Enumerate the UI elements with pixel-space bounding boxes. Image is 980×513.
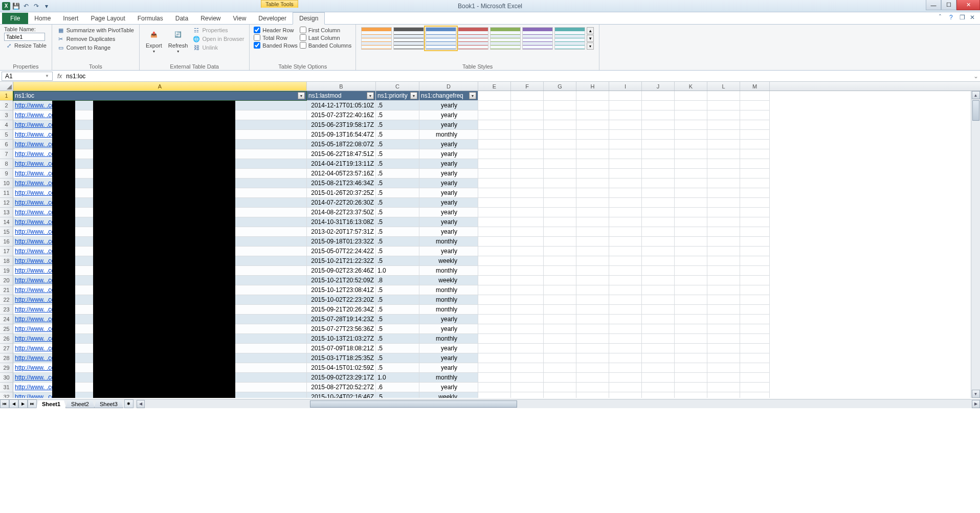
- maximize-button[interactable]: ☐: [941, 0, 956, 10]
- cell[interactable]: ns1:loc▼: [13, 91, 307, 101]
- cell[interactable]: 2015-03-17T18:25:35Z: [307, 353, 376, 363]
- window-close-inner-icon[interactable]: ✕: [970, 14, 977, 21]
- cell[interactable]: [511, 383, 544, 392]
- cell[interactable]: [740, 305, 770, 315]
- cell[interactable]: [544, 227, 576, 237]
- cell[interactable]: [642, 140, 675, 149]
- cell[interactable]: [740, 315, 770, 324]
- cell[interactable]: [609, 315, 642, 324]
- help-icon[interactable]: ?: [949, 14, 956, 21]
- cell[interactable]: [675, 256, 707, 266]
- filter-dropdown-button[interactable]: ▼: [469, 92, 476, 99]
- cell[interactable]: [642, 256, 675, 266]
- cell[interactable]: [707, 169, 740, 179]
- scroll-up-button[interactable]: ▲: [972, 91, 980, 99]
- filter-dropdown-button[interactable]: ▼: [367, 92, 374, 99]
- cell[interactable]: [675, 140, 707, 149]
- cell[interactable]: [707, 285, 740, 295]
- cell[interactable]: [642, 149, 675, 159]
- cell[interactable]: [675, 169, 707, 179]
- cell[interactable]: [707, 217, 740, 227]
- cell[interactable]: .5: [376, 256, 419, 266]
- cell[interactable]: [478, 256, 511, 266]
- cell[interactable]: [576, 159, 609, 169]
- cell[interactable]: [609, 188, 642, 198]
- cell[interactable]: monthly: [419, 334, 478, 344]
- cell[interactable]: [544, 140, 576, 149]
- cell[interactable]: .5: [376, 285, 419, 295]
- cell[interactable]: ns1:priority▼: [376, 91, 419, 101]
- row-header[interactable]: 6: [0, 140, 13, 149]
- cell[interactable]: [707, 208, 740, 217]
- sheet-nav-first[interactable]: ⏮: [0, 399, 9, 408]
- cell[interactable]: [511, 285, 544, 295]
- tab-design[interactable]: Design: [293, 12, 325, 25]
- cell[interactable]: [642, 363, 675, 373]
- cell[interactable]: [609, 237, 642, 247]
- column-header[interactable]: F: [511, 82, 544, 91]
- cell[interactable]: [576, 120, 609, 130]
- cell[interactable]: 2015-10-12T23:08:41Z: [307, 285, 376, 295]
- cell[interactable]: [740, 373, 770, 383]
- row-header[interactable]: 29: [0, 363, 13, 373]
- cell[interactable]: [609, 353, 642, 363]
- cell[interactable]: [740, 353, 770, 363]
- cell[interactable]: [544, 237, 576, 247]
- gallery-more-button[interactable]: ▾: [587, 42, 594, 50]
- sheet-nav-last[interactable]: ⏭: [28, 399, 37, 408]
- row-header[interactable]: 24: [0, 315, 13, 324]
- cell[interactable]: [707, 149, 740, 159]
- cell[interactable]: [576, 344, 609, 353]
- cell[interactable]: [675, 101, 707, 110]
- cell[interactable]: yearly: [419, 101, 478, 110]
- row-header[interactable]: 22: [0, 295, 13, 305]
- cell[interactable]: [544, 256, 576, 266]
- cell[interactable]: [707, 344, 740, 353]
- cell[interactable]: [675, 247, 707, 256]
- cell[interactable]: [740, 149, 770, 159]
- cell[interactable]: [544, 198, 576, 208]
- cell[interactable]: [511, 266, 544, 276]
- cell[interactable]: 2013-02-20T17:57:31Z: [307, 227, 376, 237]
- cell[interactable]: [642, 188, 675, 198]
- cell[interactable]: 2015-09-18T01:23:32Z: [307, 237, 376, 247]
- cell[interactable]: [544, 344, 576, 353]
- cell[interactable]: [707, 247, 740, 256]
- cell[interactable]: [675, 149, 707, 159]
- cell[interactable]: [609, 101, 642, 110]
- row-header[interactable]: 15: [0, 227, 13, 237]
- table-style-swatch[interactable]: [458, 27, 488, 50]
- banded-columns-checkbox[interactable]: Banded Columns: [300, 41, 351, 49]
- cell[interactable]: .5: [376, 130, 419, 140]
- cell[interactable]: ns1:changefreq▼: [419, 91, 478, 101]
- cell[interactable]: yearly: [419, 227, 478, 237]
- cell[interactable]: [609, 149, 642, 159]
- cell[interactable]: [707, 315, 740, 324]
- cell[interactable]: [544, 392, 576, 398]
- cell[interactable]: [675, 334, 707, 344]
- cell[interactable]: [642, 353, 675, 363]
- cell[interactable]: [642, 266, 675, 276]
- cell[interactable]: [544, 120, 576, 130]
- cell[interactable]: 2015-04-15T01:02:59Z: [307, 363, 376, 373]
- cell[interactable]: 2015-06-22T18:47:51Z: [307, 149, 376, 159]
- cell[interactable]: [478, 149, 511, 159]
- remove-duplicates-button[interactable]: ✂Remove Duplicates: [56, 35, 135, 43]
- cell[interactable]: [642, 315, 675, 324]
- cell[interactable]: [544, 276, 576, 285]
- cell[interactable]: 2014-10-31T16:13:08Z: [307, 217, 376, 227]
- cell[interactable]: [511, 120, 544, 130]
- cell[interactable]: [544, 247, 576, 256]
- minimize-ribbon-icon[interactable]: ˆ: [939, 14, 946, 21]
- fx-icon[interactable]: fx: [54, 73, 65, 80]
- cell[interactable]: [511, 217, 544, 227]
- refresh-button[interactable]: 🔄Refresh▼: [166, 26, 190, 54]
- cell[interactable]: yearly: [419, 324, 478, 334]
- column-header[interactable]: B: [307, 82, 376, 91]
- filter-dropdown-button[interactable]: ▼: [298, 92, 305, 99]
- sheet-tab[interactable]: Sheet3: [94, 400, 123, 408]
- table-style-swatch[interactable]: [426, 27, 456, 50]
- cell[interactable]: [544, 305, 576, 315]
- cell[interactable]: [576, 208, 609, 217]
- cell[interactable]: 2015-10-21T21:22:32Z: [307, 256, 376, 266]
